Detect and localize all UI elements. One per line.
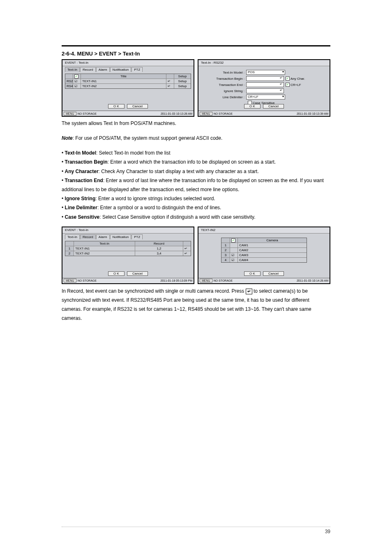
label-ignore: Ignore String : [207, 89, 246, 93]
header-edit [183, 241, 191, 246]
bullet-transaction-begin: • Transaction Begin: Enter a word which … [62, 157, 330, 166]
begin-input[interactable] [246, 76, 284, 81]
enter-icon: ↵ [246, 289, 252, 294]
label-begin: Transaction Begin : [207, 77, 246, 81]
row-check[interactable]: ☑ [73, 79, 81, 83]
label-end: Transaction End : [207, 83, 246, 87]
tab-text-in[interactable]: Text-In [65, 67, 80, 72]
screenshot-event-text-in: EVENT : Text-In Text-In Record Alarm Not… [62, 59, 194, 117]
bullet-transaction-end: • Transaction End: Enter a word of last … [62, 176, 330, 194]
window-title: Text-In : RS232 [198, 60, 330, 66]
tab-ptz[interactable]: PTZ [131, 234, 143, 239]
ignore-input[interactable] [246, 88, 284, 93]
tab-text-in[interactable]: Text-In [65, 234, 80, 239]
screenshot-event-text-in-record: EVENT : Text-In Text-In Record Alarm Not… [62, 227, 194, 284]
row-record: 1,2 [135, 246, 183, 251]
tab-notification[interactable]: Notification [110, 234, 131, 239]
row-port: RS232 [65, 79, 73, 83]
storage-status: NO STORAGE [214, 279, 233, 282]
row-edit[interactable]: ↵ [166, 79, 174, 83]
row-setup[interactable]: Setup [174, 84, 191, 88]
row-check[interactable] [230, 243, 238, 247]
row-edit[interactable]: ↵ [183, 251, 191, 256]
tab-record[interactable]: Record [80, 67, 96, 72]
row-camera: CAM3 [238, 253, 307, 257]
row-check[interactable]: ☑ [73, 84, 81, 88]
cancel-button[interactable]: Cancel [263, 104, 284, 109]
ok-button[interactable]: O K [108, 271, 125, 276]
screenshot-text-in-rs232: Text-In : RS232 Text-In Model : POS Tran… [198, 59, 330, 117]
status-date: 2011-01-18 05:13:09 PM [161, 279, 192, 282]
row-camera: CAM4 [238, 258, 307, 262]
header-record: Record [135, 241, 183, 246]
cancel-button[interactable]: Cancel [127, 104, 148, 109]
caption-text: The system allows Text In from POS/ATM m… [62, 119, 330, 128]
anychar-check[interactable]: ✓ [286, 76, 290, 81]
cancel-button[interactable]: Cancel [127, 271, 148, 276]
ok-button[interactable]: O K [108, 104, 125, 109]
storage-status: NO STORAGE [78, 279, 97, 282]
tab-notification[interactable]: Notification [110, 67, 131, 72]
delim-select[interactable]: CR+LF [246, 95, 285, 99]
record-description: In Record, text event can be synchronize… [62, 287, 330, 323]
window-title: EVENT : Text-In [62, 60, 194, 66]
header-setup: Setup [174, 74, 191, 79]
tab-alarm[interactable]: Alarm [96, 234, 110, 239]
menu-button[interactable]: MENU [200, 112, 212, 116]
header-title: Title [81, 74, 166, 79]
menu-button[interactable]: MENU [64, 279, 76, 282]
row-check[interactable]: ☑ [230, 258, 238, 262]
tab-record[interactable]: Record [80, 234, 96, 239]
row-text-in: TEXT-IN2 [74, 251, 135, 256]
note-label: Note [62, 135, 73, 141]
status-date: 2011-01-03 10:13:39 AM [297, 112, 328, 115]
end-input[interactable] [246, 82, 284, 87]
row-port: RS485 [65, 84, 73, 88]
page-number: 39 [325, 529, 330, 534]
crlf-label: CR+LF [291, 83, 301, 87]
window-title: EVENT : Text-In [62, 227, 194, 234]
crlf-check[interactable]: ✓ [286, 83, 290, 87]
note-text: Note: For use of POS/ATM, the system mus… [62, 134, 330, 143]
ok-button[interactable]: O K [244, 271, 261, 276]
tab-ptz[interactable]: PTZ [131, 67, 143, 72]
header-edit [166, 74, 174, 79]
model-select[interactable]: POS [246, 70, 285, 75]
screenshot-text-in2-camera: TEXT-IN2 ✓ Camera 1 CAM1 2 CAM2 [198, 227, 330, 284]
header-num [65, 241, 74, 246]
row-check[interactable]: ☑ [230, 253, 238, 257]
menu-button[interactable]: MENU [64, 112, 76, 116]
row-num: 1 [221, 243, 230, 247]
row-num: 4 [221, 258, 230, 262]
row-setup[interactable]: Setup [174, 79, 191, 83]
menu-button[interactable]: MENU [200, 279, 212, 282]
anychar-label: Any Char. [291, 77, 305, 81]
tab-alarm[interactable]: Alarm [96, 67, 110, 72]
window-title: TEXT-IN2 [198, 227, 330, 234]
row-record: 3,4 [135, 251, 183, 256]
bullet-line-delimiter: • Line Delimiter: Enter a symbol or a wo… [62, 203, 330, 212]
row-title: TEXT-IN2 [81, 84, 166, 88]
row-num: 3 [221, 253, 230, 257]
row-camera: CAM2 [238, 248, 307, 252]
section-heading: 2-6-4. MENU > EVENT > Text-In [62, 51, 330, 57]
label-delim: Line Delimiter : [207, 95, 246, 99]
header-blank [65, 74, 73, 79]
row-edit[interactable]: ↵ [166, 84, 174, 88]
header-camera: Camera [238, 238, 307, 243]
bullet-any-character: • Any Character: Check Any Character to … [62, 167, 330, 176]
header-text-in: Text-In [74, 241, 135, 246]
row-text-in: TEXT-IN1 [74, 246, 135, 251]
row-edit[interactable]: ↵ [183, 246, 191, 251]
ok-button[interactable]: O K [244, 104, 261, 109]
cancel-button[interactable]: Cancel [263, 271, 284, 276]
desc-pre: In Record, text event can be synchronize… [62, 288, 246, 294]
screenshot-pair-2: EVENT : Text-In Text-In Record Alarm Not… [62, 227, 330, 284]
note-body: : For use of POS/ATM, the system must su… [73, 135, 223, 141]
label-model: Text-In Model : [207, 71, 246, 74]
status-date: 2011-01-03 10:13:28 AM [161, 112, 192, 115]
row-camera: CAM1 [238, 243, 307, 247]
row-check[interactable] [230, 248, 238, 252]
row-num: 1 [65, 246, 74, 251]
row-num: 2 [221, 248, 230, 252]
